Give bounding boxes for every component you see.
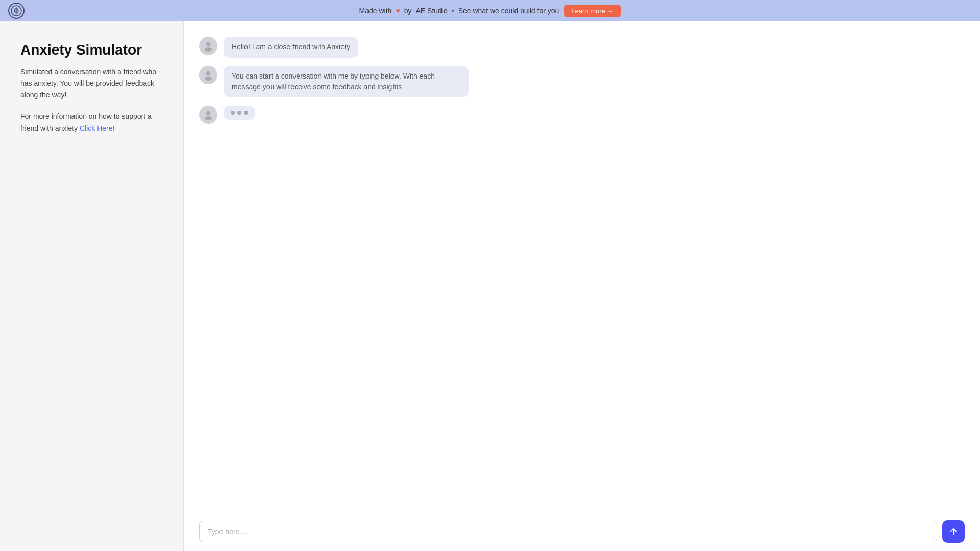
banner-text: Made with ♥ by AE Studio • See what we c…: [359, 7, 559, 15]
sidebar-title: Anxiety Simulator: [20, 42, 163, 58]
typing-indicator-row: [199, 106, 965, 124]
main-layout: Anxiety Simulator Simulated a conversati…: [0, 21, 980, 551]
svg-point-4: [205, 47, 212, 52]
send-button[interactable]: [942, 520, 965, 543]
avatar: [199, 66, 217, 84]
sidebar-info: For more information on how to support a…: [20, 111, 163, 134]
by-text: by: [404, 7, 412, 15]
dot-3: [244, 111, 248, 115]
click-here-link[interactable]: Click Here!: [80, 124, 114, 132]
avatar: [199, 37, 217, 55]
chat-input-area: [184, 512, 980, 551]
top-banner: Made with ♥ by AE Studio • See what we c…: [0, 0, 980, 21]
chat-input[interactable]: [199, 521, 937, 542]
chat-area: Hello! I am a close friend with Anxiety …: [184, 21, 980, 551]
message-bubble-2: You can start a conversation with me by …: [224, 66, 469, 97]
sidebar-description: Simulated a conversation with a friend w…: [20, 66, 163, 101]
svg-point-7: [206, 111, 210, 115]
svg-point-3: [206, 42, 210, 46]
message-bubble-1: Hello! I am a close friend with Anxiety: [224, 37, 358, 58]
left-sidebar: Anxiety Simulator Simulated a conversati…: [0, 21, 184, 551]
message-row: Hello! I am a close friend with Anxiety: [199, 37, 965, 58]
made-with-text: Made with: [359, 7, 392, 15]
logo-icon: [8, 3, 24, 19]
learn-more-button[interactable]: Learn more →: [564, 5, 621, 17]
ae-studio-link[interactable]: AE Studio: [415, 7, 447, 15]
dot-1: [231, 111, 235, 115]
dot-2: [237, 111, 241, 115]
svg-point-8: [205, 116, 212, 120]
chat-messages: Hello! I am a close friend with Anxiety …: [184, 21, 980, 512]
svg-point-5: [206, 71, 210, 76]
see-text: See what we could build for you: [458, 7, 559, 15]
logo: [8, 3, 24, 19]
message-row: You can start a conversation with me by …: [199, 66, 965, 97]
avatar: [199, 106, 217, 124]
svg-point-6: [205, 77, 212, 81]
typing-dots: [224, 106, 255, 120]
bullet-separator: •: [452, 7, 454, 15]
heart-icon: ♥: [396, 7, 400, 15]
